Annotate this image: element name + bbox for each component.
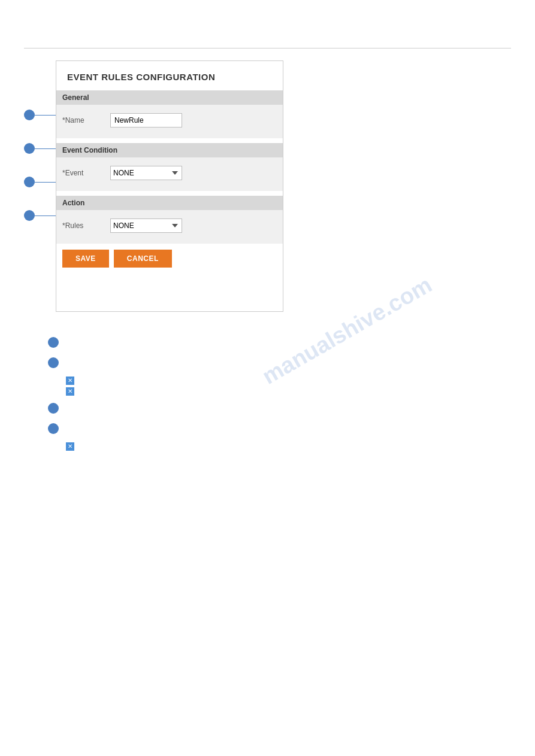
line-3 (35, 182, 56, 183)
below-row-4 (48, 422, 511, 434)
rules-field-row: *Rules NONE (62, 215, 277, 236)
dot-2 (24, 143, 35, 154)
event-field-row: *Event NONE (62, 162, 277, 184)
annotation-marker-2 (24, 143, 56, 154)
config-panel: EVENT RULES CONFIGURATION General *Name … (56, 60, 283, 312)
rules-select[interactable]: NONE (110, 218, 182, 233)
line-2 (35, 148, 56, 149)
dot-4 (24, 210, 35, 221)
name-label: *Name (62, 116, 110, 125)
event-condition-header: Event Condition (56, 143, 283, 157)
annotation-marker-1 (24, 110, 56, 120)
small-icon-2: ✕ (66, 387, 74, 396)
line-1 (35, 115, 56, 116)
action-body: *Rules NONE (56, 210, 283, 244)
event-select[interactable]: NONE (110, 166, 182, 180)
event-condition-section: Event Condition *Event NONE (56, 143, 283, 191)
dot-3 (24, 177, 35, 187)
button-row: SAVE CANCEL (56, 244, 283, 268)
icon-row-3: ✕ (66, 442, 511, 451)
rules-label: *Rules (62, 221, 110, 230)
annotation-marker-3 (24, 177, 56, 187)
top-divider (24, 48, 511, 48)
small-icon-1: ✕ (66, 377, 74, 385)
panel-title: EVENT RULES CONFIGURATION (56, 61, 283, 90)
event-condition-body: *Event NONE (56, 157, 283, 191)
small-icon-3: ✕ (66, 442, 74, 451)
general-section: General *Name (56, 90, 283, 138)
action-section: Action *Rules NONE (56, 196, 283, 244)
icon-row-1: ✕ (66, 377, 511, 385)
below-dot-3 (48, 403, 59, 414)
annotation-marker-4 (24, 210, 56, 221)
below-dot-4 (48, 423, 59, 434)
name-field-row: *Name (62, 110, 277, 131)
general-body: *Name (56, 105, 283, 138)
annotation-markers (24, 60, 56, 312)
event-label: *Event (62, 169, 110, 177)
icon-row-2: ✕ (66, 387, 511, 396)
below-row-2 (48, 356, 511, 368)
below-row-3 (48, 402, 511, 414)
general-header: General (56, 90, 283, 105)
action-header: Action (56, 196, 283, 210)
name-input[interactable] (110, 113, 182, 127)
cancel-button[interactable]: CANCEL (114, 250, 172, 268)
below-annotations: ✕ ✕ ✕ (24, 336, 511, 451)
below-dot-1 (48, 337, 59, 348)
save-button[interactable]: SAVE (62, 250, 109, 268)
line-4 (35, 215, 56, 216)
below-dot-2 (48, 357, 59, 368)
dot-1 (24, 110, 35, 120)
below-row-1 (48, 336, 511, 348)
